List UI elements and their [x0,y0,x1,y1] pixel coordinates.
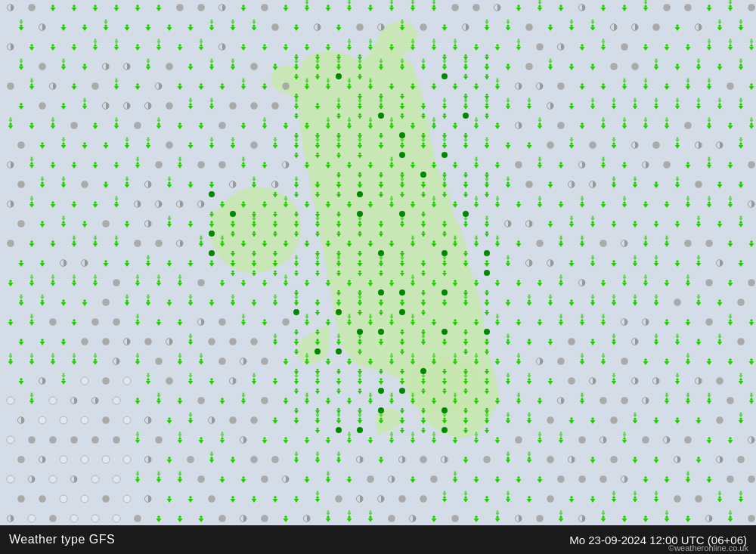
footer-title: Weather type GFS [9,533,115,546]
map-container [0,0,756,525]
weather-symbols-layer [0,0,756,525]
footer-credit: ©weatheronline.co.uk [668,543,748,552]
footer-bar: Weather type GFS Mo 23-09-2024 12:00 UTC… [0,525,756,554]
